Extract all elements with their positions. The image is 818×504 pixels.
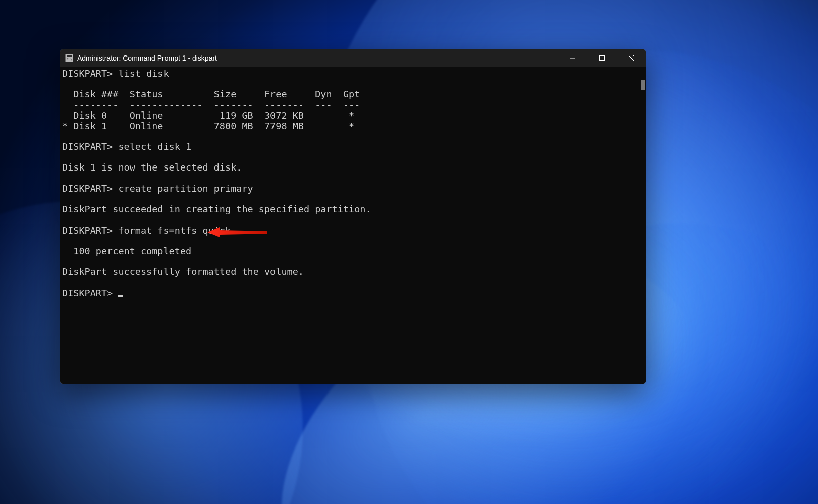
- text-cursor: [118, 295, 123, 297]
- close-button[interactable]: [617, 49, 646, 67]
- terminal-output: DISKPART> list disk Disk ### Status Size…: [60, 67, 639, 384]
- window-controls: [558, 49, 646, 67]
- minimize-button[interactable]: [558, 49, 587, 67]
- close-icon: [628, 55, 634, 61]
- titlebar[interactable]: Administrator: Command Prompt 1 - diskpa…: [60, 49, 646, 67]
- scrollbar-track[interactable]: [639, 67, 646, 384]
- command-prompt-window: Administrator: Command Prompt 1 - diskpa…: [60, 49, 646, 384]
- window-title: Administrator: Command Prompt 1 - diskpa…: [77, 54, 558, 62]
- maximize-button[interactable]: [587, 49, 617, 67]
- minimize-icon: [570, 55, 576, 61]
- maximize-icon: [599, 55, 605, 61]
- scrollbar-thumb[interactable]: [641, 80, 645, 90]
- svg-rect-1: [600, 56, 605, 61]
- cmd-icon: [65, 54, 73, 62]
- terminal-body[interactable]: DISKPART> list disk Disk ### Status Size…: [60, 67, 646, 384]
